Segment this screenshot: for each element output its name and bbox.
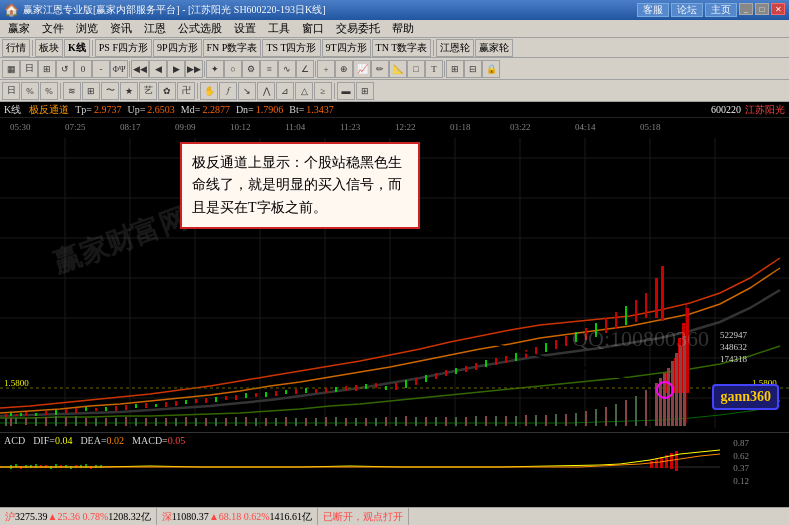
sep5 bbox=[204, 61, 205, 77]
icon-star[interactable]: ✦ bbox=[206, 60, 224, 78]
sep3 bbox=[433, 40, 434, 56]
icon-wave[interactable]: ∿ bbox=[278, 60, 296, 78]
btn-fn-p[interactable]: FN P数字表 bbox=[203, 39, 262, 57]
icon-art[interactable]: 艺 bbox=[139, 82, 157, 100]
svg-rect-173 bbox=[635, 396, 637, 426]
icon-period[interactable]: 日 bbox=[2, 82, 20, 100]
icon-lock[interactable]: 🔒 bbox=[482, 60, 500, 78]
btn-quote[interactable]: 行情 bbox=[2, 39, 30, 57]
minimize-button[interactable]: _ bbox=[739, 3, 753, 15]
menu-tools[interactable]: 工具 bbox=[262, 20, 296, 37]
btn-ps-f4[interactable]: PS F四方形 bbox=[95, 39, 152, 57]
icon-text[interactable]: T bbox=[425, 60, 443, 78]
icon-lines[interactable]: ≡ bbox=[260, 60, 278, 78]
icon-back[interactable]: ◀ bbox=[149, 60, 167, 78]
icon-copy[interactable]: ⊞ bbox=[38, 60, 56, 78]
icon-fwd[interactable]: ▶ bbox=[167, 60, 185, 78]
btn-board[interactable]: 板块 bbox=[35, 39, 63, 57]
icon-wave2[interactable]: 〜 bbox=[101, 82, 119, 100]
menu-settings[interactable]: 设置 bbox=[228, 20, 262, 37]
svg-rect-74 bbox=[405, 380, 407, 388]
svg-rect-151 bbox=[415, 417, 417, 426]
icon-rect[interactable]: ▬ bbox=[337, 82, 355, 100]
svg-rect-119 bbox=[95, 418, 97, 426]
macd-area: ACD DIF=0.04 DEA=0.02 MACD=0.05 0.87 0.6… bbox=[0, 432, 789, 482]
macd-val: 0.05 bbox=[168, 435, 186, 446]
btn-kline[interactable]: K线 bbox=[64, 39, 90, 57]
icon-calc2[interactable]: ⊞ bbox=[82, 82, 100, 100]
icon-special[interactable]: 卍 bbox=[177, 82, 195, 100]
menu-file[interactable]: 文件 bbox=[36, 20, 70, 37]
icon-day[interactable]: 日 bbox=[20, 60, 38, 78]
menu-gann[interactable]: 江恩 bbox=[138, 20, 172, 37]
svg-rect-126 bbox=[165, 418, 167, 426]
icon-box[interactable]: □ bbox=[407, 60, 425, 78]
svg-rect-88 bbox=[545, 343, 547, 352]
icon-prev[interactable]: ◀◀ bbox=[131, 60, 149, 78]
forum-btn[interactable]: 论坛 bbox=[671, 3, 703, 17]
svg-rect-81 bbox=[475, 363, 477, 370]
svg-rect-129 bbox=[195, 418, 197, 426]
home-btn[interactable]: 主页 bbox=[705, 3, 737, 17]
svg-rect-45 bbox=[115, 406, 117, 411]
menu-window[interactable]: 窗口 bbox=[296, 20, 330, 37]
icon-refresh[interactable]: ↺ bbox=[56, 60, 74, 78]
icon-minus[interactable]: - bbox=[92, 60, 110, 78]
btn-9t-f4[interactable]: 9T四方形 bbox=[322, 39, 371, 57]
icon-percent[interactable]: % bbox=[21, 82, 39, 100]
menu-trade[interactable]: 交易委托 bbox=[330, 20, 386, 37]
close-button[interactable]: ✕ bbox=[771, 3, 785, 15]
icon-zoom[interactable]: ⊕ bbox=[335, 60, 353, 78]
icon-flower[interactable]: ✿ bbox=[158, 82, 176, 100]
menu-news[interactable]: 资讯 bbox=[104, 20, 138, 37]
btn-winner-wheel[interactable]: 赢家轮 bbox=[475, 39, 513, 57]
icon-hand[interactable]: ✋ bbox=[200, 82, 218, 100]
icon-ruler[interactable]: 📐 bbox=[389, 60, 407, 78]
icon-star2[interactable]: ★ bbox=[120, 82, 138, 100]
icon-down-arr[interactable]: ↘ bbox=[238, 82, 256, 100]
btn-tn-t[interactable]: TN T数字表 bbox=[372, 39, 432, 57]
icon-end[interactable]: ▶▶ bbox=[185, 60, 203, 78]
icon-tri[interactable]: △ bbox=[295, 82, 313, 100]
svg-text:348632: 348632 bbox=[720, 342, 747, 352]
btn-9p-f4[interactable]: 9P四方形 bbox=[153, 39, 202, 57]
menu-help[interactable]: 帮助 bbox=[386, 20, 420, 37]
icon-angle[interactable]: ∠ bbox=[296, 60, 314, 78]
icon-num0[interactable]: 0 bbox=[74, 60, 92, 78]
icon-grid3[interactable]: ⊞ bbox=[356, 82, 374, 100]
svg-rect-52 bbox=[185, 400, 187, 404]
icon-pen[interactable]: ✏ bbox=[371, 60, 389, 78]
icon-chart[interactable]: 📈 bbox=[353, 60, 371, 78]
menu-browse[interactable]: 浏览 bbox=[70, 20, 104, 37]
svg-rect-46 bbox=[125, 405, 127, 410]
svg-rect-92 bbox=[585, 328, 587, 340]
svg-rect-168 bbox=[585, 411, 587, 426]
svg-rect-154 bbox=[445, 417, 447, 426]
titlebar: 🏠 赢家江恩专业版[赢家内部服务平台] - [江苏阳光 SH600220-193… bbox=[0, 0, 789, 20]
menu-winner[interactable]: 赢家 bbox=[2, 20, 36, 37]
menu-formula[interactable]: 公式选股 bbox=[172, 20, 228, 37]
svg-rect-118 bbox=[85, 418, 87, 426]
icon-iqq[interactable]: ΦΨ bbox=[110, 60, 128, 78]
icon-calc[interactable]: ≋ bbox=[63, 82, 81, 100]
icon-xp[interactable]: ≥ bbox=[314, 82, 332, 100]
icon-zx[interactable]: ⊿ bbox=[276, 82, 294, 100]
macd-right-labels: 0.87 0.62 0.37 0.12 bbox=[733, 437, 749, 487]
icon-plus[interactable]: + bbox=[317, 60, 335, 78]
svg-rect-134 bbox=[245, 417, 247, 426]
icon-fib[interactable]: 𝑓 bbox=[219, 82, 237, 100]
icon-settings2[interactable]: ⚙ bbox=[242, 60, 260, 78]
icon-grid2[interactable]: ⊞ bbox=[446, 60, 464, 78]
icon-grid[interactable]: ▦ bbox=[2, 60, 20, 78]
maximize-button[interactable]: □ bbox=[755, 3, 769, 15]
btn-ts-t4[interactable]: TS T四方形 bbox=[262, 39, 320, 57]
svg-rect-141 bbox=[315, 418, 317, 426]
icon-percent2[interactable]: % bbox=[40, 82, 58, 100]
customer-btn[interactable]: 客服 bbox=[637, 3, 669, 17]
btn-gann-wheel[interactable]: 江恩轮 bbox=[436, 39, 474, 57]
svg-text:08:17: 08:17 bbox=[120, 122, 141, 132]
icon-circle[interactable]: ○ bbox=[224, 60, 242, 78]
icon-split[interactable]: ⊟ bbox=[464, 60, 482, 78]
icon-zigzag[interactable]: ⋀ bbox=[257, 82, 275, 100]
svg-rect-75 bbox=[415, 378, 417, 385]
